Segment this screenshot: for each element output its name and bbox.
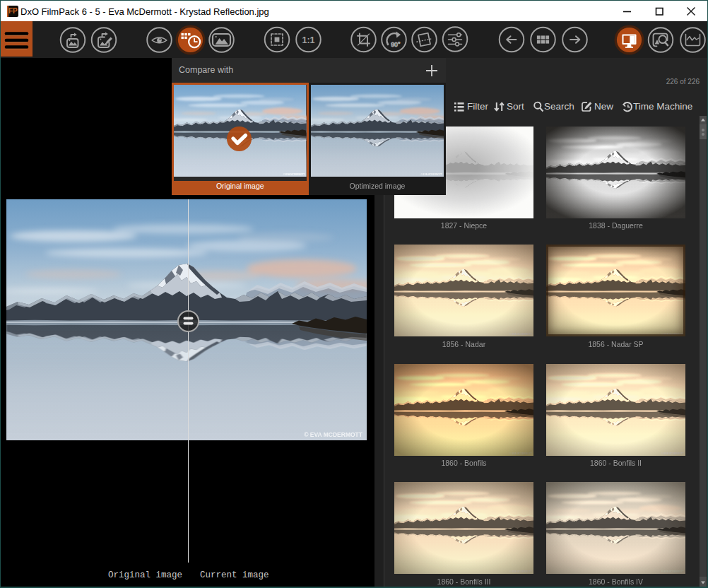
svg-text:1:1: 1:1 [302,35,314,45]
svg-text:90°: 90° [391,41,400,48]
